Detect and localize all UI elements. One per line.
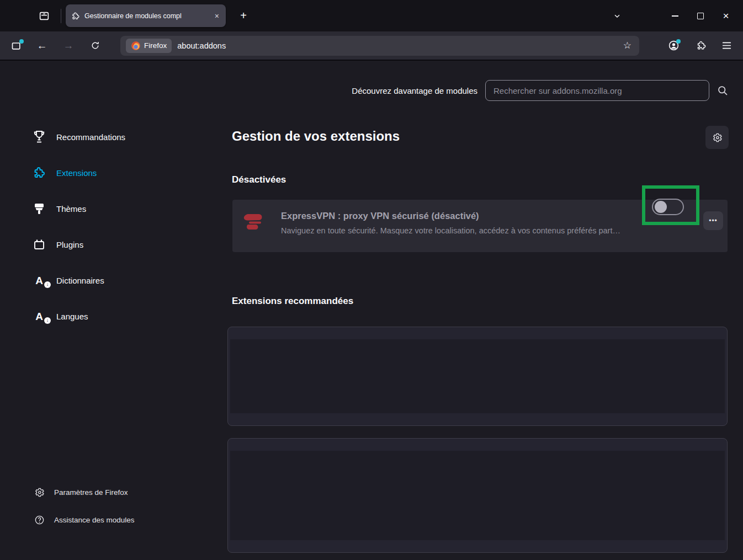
toggle-knob [655, 201, 667, 213]
gear-icon [712, 132, 723, 143]
account-notification-dot [676, 39, 681, 44]
addons-search-input[interactable] [485, 80, 709, 101]
sidebar-item-label: Plugins [56, 240, 83, 249]
sidebar-item-label: Thèmes [56, 204, 86, 214]
chevron-down-icon [613, 12, 622, 20]
reload-icon [91, 41, 100, 50]
recommended-addon-card-placeholder [227, 327, 728, 426]
notification-dot [19, 39, 24, 44]
maximize-icon [697, 13, 704, 19]
firefox-settings-link[interactable]: Paramètres de Firefox [34, 483, 135, 501]
window-notification-button[interactable] [7, 36, 26, 55]
sidebar-item-extensions[interactable]: Extensions [32, 162, 125, 184]
plugin-icon [32, 238, 46, 251]
url-text[interactable]: about:addons [177, 41, 615, 50]
puzzle-icon [696, 40, 707, 51]
sidebar-item-label: Langues [56, 312, 88, 321]
card-placeholder-body [230, 339, 725, 413]
identity-chip-label: Firefox [144, 41, 167, 50]
sidebar-item-label: Recommandations [56, 132, 125, 142]
sidebar-footer: Paramètres de Firefox Assistance des mod… [34, 483, 135, 529]
help-icon [34, 515, 45, 525]
account-button[interactable] [664, 36, 683, 55]
search-icon [717, 85, 729, 97]
sidebar-item-label: Extensions [56, 168, 97, 178]
identity-chip[interactable]: Firefox [126, 39, 172, 53]
forward-button: → [59, 36, 78, 55]
tab-separator [61, 9, 61, 23]
menu-button[interactable] [717, 36, 736, 55]
footer-item-label: Paramètres de Firefox [54, 488, 128, 497]
navigation-toolbar: ← → Firefox [0, 31, 743, 61]
addon-description: Naviguez en toute sécurité. Masquez votr… [281, 226, 620, 235]
dictionary-download-icon: A↓ [32, 275, 46, 286]
disabled-section-title: Désactivées [232, 174, 286, 185]
sidebar-item-themes[interactable]: Thèmes [32, 198, 125, 220]
trophy-icon [32, 130, 46, 144]
card-placeholder-body [230, 451, 725, 540]
addon-more-options-button[interactable]: ••• [703, 211, 723, 230]
firefox-logo-icon [131, 41, 141, 51]
addon-name[interactable]: ExpressVPN : proxy VPN sécurisé (désacti… [281, 211, 620, 221]
maximize-button[interactable] [688, 6, 713, 26]
discover-label: Découvrez davantage de modules [352, 86, 477, 95]
bookmark-star-icon[interactable]: ☆ [621, 39, 634, 52]
puzzle-icon [32, 166, 46, 179]
list-all-tabs-button[interactable] [607, 6, 627, 26]
language-download-icon: A↓ [32, 311, 46, 322]
paintbrush-icon [32, 202, 46, 215]
footer-item-label: Assistance des modules [54, 516, 135, 524]
firefox-view-button[interactable] [34, 6, 54, 26]
search-submit-button[interactable] [717, 85, 729, 97]
sidebar-item-recommandations[interactable]: Recommandations [32, 126, 125, 148]
sidebar-item-label: Dictionnaires [56, 276, 104, 285]
tab-addons-manager[interactable]: Gestionnaire de modules compl × [66, 4, 226, 27]
firefox-view-icon [38, 10, 50, 22]
tab-close-icon[interactable]: × [213, 11, 221, 21]
extensions-toolbar-button[interactable] [691, 36, 711, 55]
reload-button[interactable] [85, 36, 105, 55]
minimize-button[interactable] [662, 6, 688, 26]
expressvpn-logo-icon [242, 212, 264, 232]
sidebar-item-plugins[interactable]: Plugins [32, 233, 125, 255]
gear-icon [34, 487, 45, 498]
hamburger-icon [722, 41, 731, 50]
back-button[interactable]: ← [32, 36, 52, 55]
minimize-icon [672, 15, 678, 17]
addons-search-header: Découvrez davantage de modules [352, 79, 729, 102]
addon-info: ExpressVPN : proxy VPN sécurisé (désacti… [281, 211, 620, 235]
addons-support-link[interactable]: Assistance des modules [34, 511, 135, 529]
close-window-button[interactable]: × [713, 6, 739, 26]
recommended-addon-card-placeholder [227, 438, 728, 553]
tools-for-all-addons-button[interactable] [705, 126, 729, 149]
tab-bar: Gestionnaire de modules compl × + × [0, 0, 743, 31]
sidebar-item-dictionaries[interactable]: A↓ Dictionnaires [32, 269, 125, 291]
url-bar[interactable]: Firefox about:addons ☆ [120, 36, 639, 56]
recommended-section-title: Extensions recommandées [232, 296, 353, 307]
tab-title: Gestionnaire de modules compl [84, 12, 208, 20]
page-title: Gestion de vos extensions [232, 129, 400, 144]
addon-enable-toggle[interactable] [652, 199, 684, 215]
browser-window: Gestionnaire de modules compl × + × [0, 0, 743, 560]
new-tab-button[interactable]: + [233, 6, 253, 26]
addons-sidebar: Recommandations Extensions Thèmes [32, 126, 125, 327]
puzzle-icon [71, 12, 80, 20]
sidebar-item-languages[interactable]: A↓ Langues [32, 305, 125, 327]
